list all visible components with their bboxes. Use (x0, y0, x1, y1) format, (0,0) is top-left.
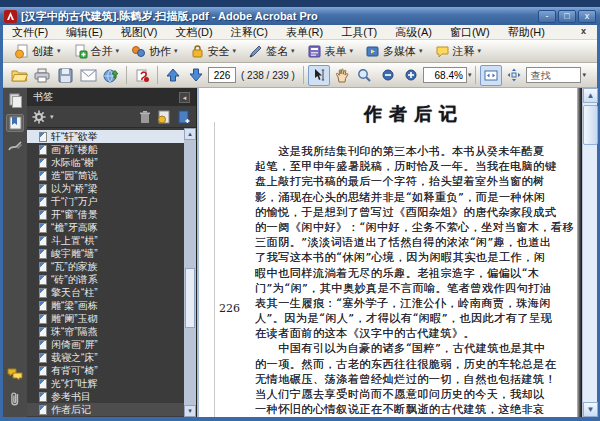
zoom-marquee-button[interactable] (354, 65, 376, 86)
hand-tool-button[interactable] (331, 65, 353, 86)
scrollbar-thumb[interactable] (583, 105, 598, 145)
bookmark-item[interactable]: “瓦”的家族 (27, 260, 196, 273)
page-title: 作者后记 (255, 102, 573, 126)
minimize-button[interactable]: - (538, 10, 556, 23)
document-pane[interactable]: 作者后记 这是我所结集刊印的第三本小书。本书从癸未年酷夏起笔，至甲申年盛暑脱稿，… (197, 88, 582, 417)
fit-page-icon (507, 68, 521, 82)
menu-item[interactable]: 工具(T) (332, 25, 386, 40)
lock-icon (190, 44, 205, 59)
acrobat-app-icon (4, 10, 17, 23)
forms-button[interactable]: 表单 ▾ (302, 43, 359, 60)
bookmark-page-icon (39, 301, 47, 311)
scrolling-mode-button[interactable] (480, 65, 502, 86)
sign-document-button[interactable] (131, 65, 153, 86)
scroll-up-icon[interactable]: ▲ (583, 88, 598, 103)
bookmark-page-icon (39, 158, 47, 168)
bookmark-item[interactable]: 雕“梁”画栋 (27, 299, 196, 312)
pages-panel-button[interactable] (6, 92, 24, 110)
comment-button[interactable]: 注释 ▾ (430, 43, 487, 60)
combine-button[interactable]: 合并 ▾ (68, 43, 125, 60)
bookmark-item[interactable]: 参考书目 (27, 390, 196, 403)
bookmark-item[interactable]: 画“舫”楼船 (27, 143, 196, 156)
task-toolbar: 创建 ▾ 合并 ▾ 协作 ▾ 安全 ▾ 签名 ▾ 表单 ▾ (3, 40, 597, 63)
bookmark-item[interactable]: 水际临“榭” (27, 156, 196, 169)
chevron-down-icon: ▾ (350, 47, 354, 55)
menu-item[interactable]: 文档(D) (166, 25, 221, 40)
next-page-button[interactable] (185, 65, 207, 86)
print-button[interactable] (31, 65, 53, 86)
restore-button[interactable]: □ (558, 10, 576, 23)
bookmark-item[interactable]: 开“窗”借景 (27, 208, 196, 221)
bookmark-item[interactable]: 雕“阑”玉砌 (27, 312, 196, 325)
bookmark-item[interactable]: 光“灯”吐辉 (27, 377, 196, 390)
zoom-in-button[interactable] (400, 65, 422, 86)
find-input[interactable] (526, 67, 581, 83)
bookmark-item[interactable]: 峻宇雕“墙” (27, 247, 196, 260)
scroll-up-icon[interactable]: ▴ (184, 128, 196, 140)
bookmarks-scrollbar[interactable]: ▴ ▾ (184, 128, 196, 417)
new-bookmark-icon[interactable] (177, 110, 191, 124)
hand-tool-icon (335, 68, 349, 83)
open-button[interactable] (8, 65, 30, 86)
bookmarks-panel-button[interactable] (6, 114, 24, 132)
bookmark-item[interactable]: “檐”牙高啄 (27, 221, 196, 234)
close-button[interactable]: x (578, 10, 596, 23)
gear-icon[interactable] (32, 110, 46, 124)
bookmark-item[interactable]: 作者后记 (27, 403, 196, 416)
menu-item[interactable]: 高级(A) (386, 25, 441, 40)
multimedia-button[interactable]: 多媒体 ▾ (360, 43, 428, 60)
collapse-panel-icon[interactable]: ◂ (179, 92, 190, 103)
scroll-down-icon[interactable]: ▾ (184, 405, 196, 417)
menu-item[interactable]: 表单(R) (277, 25, 332, 40)
zoom-dropdown-icon[interactable]: ▾ (468, 71, 472, 79)
find-dropdown-icon[interactable]: ▾ (582, 71, 586, 79)
fit-page-button[interactable] (503, 65, 525, 86)
menu-item[interactable]: 文件(F) (3, 25, 57, 40)
navigation-rail (3, 88, 27, 417)
fit-width-icon (484, 69, 498, 82)
bookmark-item[interactable]: 轩“轩”欲举 (27, 130, 196, 143)
comments-panel-button[interactable] (6, 365, 24, 383)
bookmark-item[interactable]: 千“门”万户 (27, 195, 196, 208)
toolbar-separator (126, 66, 127, 84)
collaborate-button[interactable]: 协作 ▾ (126, 43, 183, 60)
menu-item[interactable]: 帮助(H) (499, 25, 554, 40)
menu-item[interactable]: 编辑(E) (57, 25, 112, 40)
bookmark-item[interactable]: 斗上置“栱” (27, 234, 196, 247)
pages-icon (8, 93, 23, 109)
zoom-out-button[interactable] (377, 65, 399, 86)
upload-button[interactable] (100, 65, 122, 86)
highlight-bookmark-icon[interactable] (157, 110, 171, 124)
scrollbar-thumb[interactable] (185, 268, 195, 328)
sign-button[interactable]: 签名 ▾ (243, 43, 300, 60)
bookmark-label: 开“窗”借景 (51, 208, 98, 222)
bookmark-item[interactable]: 载寝之“床” (27, 351, 196, 364)
save-button[interactable] (54, 65, 76, 86)
document-scrollbar[interactable]: ▲ ▼ (582, 88, 597, 417)
bookmark-item[interactable]: “砖”的谱系 (27, 273, 196, 286)
menubar-close-icon[interactable]: x (581, 26, 586, 36)
bookmark-item[interactable]: 以为“桥”梁 (27, 182, 196, 195)
text-line: 盘上敲打完书稿的最后一个字符，抬头望着室外当窗的树 (255, 174, 575, 189)
secure-button[interactable]: 安全 ▾ (185, 43, 242, 60)
forms-icon (307, 44, 322, 59)
email-button[interactable] (77, 65, 99, 86)
bookmark-item[interactable]: 有背可“椅” (27, 364, 196, 377)
zoom-level-input[interactable]: 68.4% (423, 67, 467, 83)
menu-item[interactable]: 窗口(W) (441, 25, 499, 40)
page-number-input[interactable] (208, 67, 236, 83)
menu-item[interactable]: 视图(V) (112, 25, 167, 40)
scroll-down-icon[interactable]: ▼ (583, 402, 598, 417)
trash-icon[interactable] (139, 110, 151, 124)
bookmark-item[interactable]: 造“园”简说 (27, 169, 196, 182)
bookmark-item[interactable]: 珠“帘”隔燕 (27, 325, 196, 338)
select-tool-button[interactable] (308, 65, 330, 86)
previous-page-button[interactable] (162, 65, 184, 86)
menu-item[interactable]: 注释(C) (222, 25, 277, 40)
bookmark-item[interactable]: 闲倚画“屏” (27, 338, 196, 351)
signatures-panel-button[interactable] (6, 138, 24, 156)
bookmark-item[interactable]: 擎天台“柱” (27, 286, 196, 299)
attachments-panel-button[interactable] (6, 390, 24, 408)
options-dropdown-icon[interactable]: ▾ (50, 113, 54, 121)
create-button[interactable]: 创建 ▾ (9, 43, 66, 60)
